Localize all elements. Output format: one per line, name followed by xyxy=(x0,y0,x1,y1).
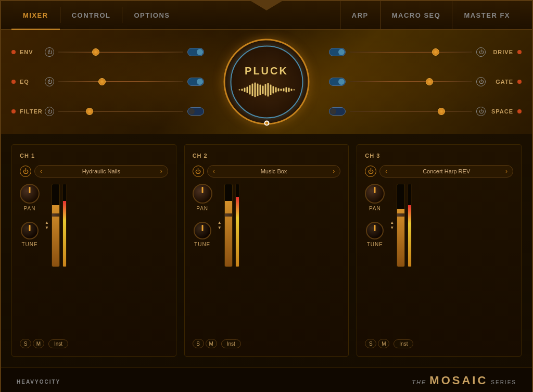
ch1-fader-down[interactable]: ▼ xyxy=(45,226,49,230)
ch2-power-button[interactable]: ⏻ xyxy=(193,166,204,177)
channel-3: CH 3 ⏻ ‹ Concert Harp REV › PAN xyxy=(357,144,522,357)
ch1-tune-knob[interactable] xyxy=(21,222,39,239)
ch2-mute-button[interactable]: M xyxy=(206,339,217,348)
waveform-bar xyxy=(293,90,295,91)
ch2-instrument-selector[interactable]: ‹ Music Box › xyxy=(207,165,341,178)
gate-dot xyxy=(517,80,522,84)
waveform-bar xyxy=(290,89,292,91)
ch2-pan-knob[interactable] xyxy=(193,184,212,204)
ch2-prev-arrow[interactable]: ‹ xyxy=(213,168,215,175)
ch1-body: PAN TUNE ▲ ▼ xyxy=(20,184,168,333)
env-toggle-dot xyxy=(197,49,203,55)
gate-power-button[interactable] xyxy=(476,77,486,86)
tab-options[interactable]: OPTIONS xyxy=(122,1,181,30)
ch1-fader-track[interactable] xyxy=(52,184,60,267)
ch3-prev-arrow[interactable]: ‹ xyxy=(385,168,387,175)
space-slider-track xyxy=(350,111,472,112)
ch2-header: CH 2 xyxy=(193,153,341,159)
drive-power-button[interactable] xyxy=(476,47,486,57)
ch2-fader-handle[interactable] xyxy=(224,213,233,217)
filter-row: FILTER xyxy=(11,107,204,116)
center-dial[interactable]: PLUCK xyxy=(224,39,310,125)
ch3-fader-track[interactable] xyxy=(397,184,405,267)
drive-slider-track xyxy=(350,52,472,53)
ch2-sm-group: S M xyxy=(193,339,217,348)
eq-toggle[interactable] xyxy=(187,78,204,86)
ch1-fader-handle[interactable] xyxy=(52,213,60,217)
ch3-fader-down[interactable]: ▼ xyxy=(390,226,394,230)
ch2-solo-button[interactable]: S xyxy=(193,339,204,348)
space-power-button[interactable] xyxy=(476,107,486,116)
ch2-inst-button[interactable]: Inst xyxy=(221,339,241,348)
ch1-solo-button[interactable]: S xyxy=(20,339,31,348)
ch3-tune-knob[interactable] xyxy=(366,222,384,239)
env-toggle[interactable] xyxy=(187,48,204,56)
env-slider-knob[interactable] xyxy=(92,48,99,56)
instrument-section: ENV EQ xyxy=(1,30,532,134)
dial-outer-ring: PLUCK xyxy=(224,39,310,125)
eq-row: EQ xyxy=(11,77,204,86)
left-controls: ENV EQ xyxy=(11,30,204,134)
waveform-bar xyxy=(251,84,253,96)
eq-power-button[interactable] xyxy=(45,77,54,86)
space-toggle[interactable] xyxy=(329,107,346,116)
ch2-level-meter xyxy=(235,184,239,267)
filter-toggle-dot xyxy=(188,108,195,115)
ch1-tune-label: TUNE xyxy=(21,242,37,247)
ch2-fader-down[interactable]: ▼ xyxy=(218,226,222,230)
waveform-bar xyxy=(270,85,271,95)
eq-dot xyxy=(11,80,16,84)
ch3-fader-up[interactable]: ▲ xyxy=(390,221,394,225)
ch3-fader-handle[interactable] xyxy=(397,213,405,217)
ch3-power-button[interactable]: ⏻ xyxy=(365,166,376,177)
waveform-bar xyxy=(267,83,269,97)
ch3-inst-button[interactable]: Inst xyxy=(394,339,413,348)
ch2-fader-fill xyxy=(225,201,232,267)
ch2-next-arrow[interactable]: › xyxy=(333,168,335,175)
ch1-inst-button[interactable]: Inst xyxy=(48,339,68,348)
ch2-fader-track[interactable] xyxy=(224,184,233,267)
mixer-section: CH 1 ⏻ ‹ Hydraulic Nails › PAN xyxy=(1,134,532,367)
tab-macro-seq[interactable]: MACRO SEQ xyxy=(380,1,452,30)
ch2-fader-up[interactable]: ▲ xyxy=(218,221,222,225)
drive-toggle[interactable] xyxy=(329,48,346,56)
ch1-mute-button[interactable]: M xyxy=(33,339,44,348)
ch1-prev-arrow[interactable]: ‹ xyxy=(40,168,42,175)
ch3-next-arrow[interactable]: › xyxy=(505,168,507,175)
space-slider-knob[interactable] xyxy=(438,108,445,115)
filter-power-button[interactable] xyxy=(45,107,54,116)
ch1-level-meter xyxy=(62,184,67,267)
tab-arp[interactable]: ARP xyxy=(340,1,380,30)
filter-toggle[interactable] xyxy=(187,107,204,116)
env-power-button[interactable] xyxy=(45,47,54,57)
waveform-display xyxy=(238,81,295,99)
gate-slider-knob[interactable] xyxy=(426,78,433,85)
ch3-instrument-selector[interactable]: ‹ Concert Harp REV › xyxy=(379,165,513,178)
ch2-tune-knob[interactable] xyxy=(194,222,211,239)
space-label: SPACE xyxy=(490,108,513,115)
ch3-solo-button[interactable]: S xyxy=(365,339,376,348)
filter-slider-track xyxy=(58,111,183,112)
filter-slider-knob[interactable] xyxy=(86,108,93,115)
ch1-fader-up[interactable]: ▲ xyxy=(45,221,49,225)
ch3-label: CH 3 xyxy=(365,153,380,159)
series-suffix: SERIES xyxy=(491,380,516,385)
tab-control[interactable]: CONTROL xyxy=(60,1,122,30)
drive-label: DRIVE xyxy=(490,49,513,55)
eq-slider-knob[interactable] xyxy=(98,78,106,85)
tab-master-fx[interactable]: MASTER FX xyxy=(452,1,522,30)
ch1-sm-group: S M xyxy=(20,339,44,348)
ch3-pan-knob[interactable] xyxy=(365,184,385,204)
ch3-mute-button[interactable]: M xyxy=(378,339,389,348)
series-the: THE xyxy=(412,379,426,385)
gate-toggle[interactable] xyxy=(329,78,346,86)
ch2-level-fill xyxy=(236,197,239,267)
tab-mixer[interactable]: MIXER xyxy=(11,1,60,30)
ch1-next-arrow[interactable]: › xyxy=(160,168,162,175)
ch1-power-button[interactable]: ⏻ xyxy=(20,166,31,177)
ch3-level-meter xyxy=(408,184,412,267)
drive-slider-knob[interactable] xyxy=(432,48,439,56)
ch1-instrument-selector[interactable]: ‹ Hydraulic Nails › xyxy=(34,165,168,178)
ch1-pan-knob[interactable] xyxy=(20,184,40,204)
waveform-bar xyxy=(254,83,256,97)
